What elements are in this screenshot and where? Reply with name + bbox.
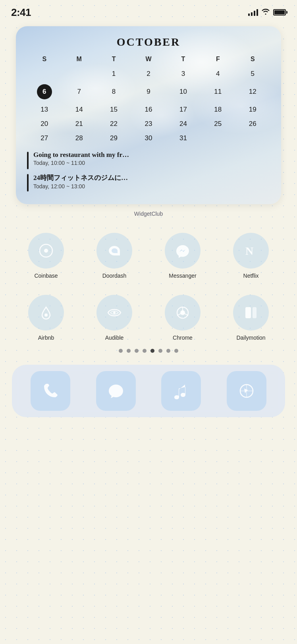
page-dot-5[interactable] — [150, 349, 154, 353]
status-bar: 2:41 — [0, 0, 297, 22]
coinbase-icon[interactable] — [28, 233, 64, 269]
day-header-fri: F — [201, 54, 235, 67]
day-header-tue: T — [96, 54, 131, 67]
airbnb-icon[interactable] — [28, 295, 64, 331]
messages-icon[interactable] — [96, 371, 136, 411]
event-item-1: Going to restaurant with my fr… Today, 1… — [27, 151, 270, 169]
page-dot-2[interactable] — [127, 349, 131, 353]
doordash-icon[interactable] — [96, 233, 132, 269]
app-item-dailymotion[interactable]: Dailymotion — [217, 295, 285, 341]
page-dot-4[interactable] — [143, 349, 147, 353]
wifi-icon — [261, 8, 270, 17]
app-item-doordash[interactable]: Doordash — [80, 233, 148, 279]
table-row: 20 21 22 23 24 25 26 — [27, 117, 270, 131]
status-icons — [248, 8, 286, 17]
widget-label: WidgetClub — [0, 211, 297, 217]
calendar-grid: S M T W T F S 1 2 3 — [27, 54, 270, 145]
app-label-doordash: Doordash — [102, 273, 127, 279]
dailymotion-icon[interactable] — [233, 295, 269, 331]
day-header-sun: S — [27, 54, 62, 67]
calendar-events: Going to restaurant with my fr… Today, 1… — [27, 151, 270, 191]
dock — [12, 365, 285, 417]
page-dots — [0, 349, 297, 353]
table-row: 13 14 15 16 17 18 19 — [27, 102, 270, 117]
day-header-sat: S — [235, 54, 270, 67]
app-label-coinbase: Coinbase — [34, 273, 58, 279]
page-dot-1[interactable] — [119, 349, 123, 353]
app-label-dailymotion: Dailymotion — [236, 335, 265, 341]
app-item-audible[interactable]: Audible — [80, 295, 148, 341]
chrome-icon[interactable] — [165, 295, 201, 331]
calendar-month: OCTOBER — [27, 36, 270, 48]
table-row: 27 28 29 30 31 — [27, 131, 270, 145]
messenger-icon[interactable] — [165, 233, 201, 269]
app-item-coinbase[interactable]: Coinbase — [12, 233, 80, 279]
page-dot-3[interactable] — [135, 349, 139, 353]
page-dot-7[interactable] — [166, 349, 170, 353]
event-time-1: Today, 10:00 ~ 11:00 — [33, 160, 129, 166]
dock-item-music[interactable] — [150, 371, 212, 411]
page-dot-8[interactable] — [174, 349, 178, 353]
event-title-1: Going to restaurant with my fr… — [33, 151, 129, 159]
day-header-mon: M — [62, 54, 96, 67]
svg-rect-10 — [245, 307, 251, 318]
app-item-chrome[interactable]: Chrome — [148, 295, 217, 341]
dock-item-phone[interactable] — [20, 371, 81, 411]
app-label-audible: Audible — [105, 335, 124, 341]
page-dot-6[interactable] — [158, 349, 162, 353]
safari-icon[interactable] — [227, 371, 266, 411]
netflix-icon[interactable]: N — [233, 233, 269, 269]
calendar-widget[interactable]: OCTOBER S M T W T F S — [16, 26, 281, 204]
svg-point-1 — [44, 249, 48, 253]
status-time: 2:41 — [11, 6, 31, 19]
app-grid-row1: Coinbase Doordash Messanger — [0, 229, 297, 283]
music-icon[interactable] — [161, 371, 201, 411]
phone-icon[interactable] — [31, 371, 70, 411]
day-header-wed: W — [131, 54, 166, 67]
event-item-2: 24時間フィットネスのジムに… Today, 12:00 ~ 13:00 — [27, 173, 270, 191]
dock-item-messages[interactable] — [85, 371, 147, 411]
event-bar — [27, 152, 29, 169]
app-label-messenger: Messanger — [169, 273, 196, 279]
event-bar-2 — [27, 174, 29, 191]
app-grid-row2: Airbnb Audible — [0, 291, 297, 345]
dock-item-safari[interactable] — [216, 371, 278, 411]
event-title-2: 24時間フィットネスのジムに… — [33, 173, 128, 182]
table-row: 6 7 8 9 10 11 12 — [27, 81, 270, 102]
audible-icon[interactable] — [96, 295, 132, 331]
battery-icon — [273, 9, 286, 15]
app-label-chrome: Chrome — [173, 335, 193, 341]
table-row: 1 2 3 4 5 — [27, 67, 270, 81]
svg-point-4 — [113, 311, 116, 314]
event-time-2: Today, 12:00 ~ 13:00 — [33, 183, 128, 190]
svg-text:N: N — [245, 245, 253, 257]
signal-icon — [248, 9, 258, 16]
svg-point-3 — [44, 313, 48, 317]
today-marker: 6 — [37, 84, 52, 99]
app-label-netflix: Netflix — [243, 273, 259, 279]
svg-rect-11 — [253, 307, 256, 318]
app-label-airbnb: Airbnb — [38, 335, 54, 341]
day-header-thu: T — [166, 54, 201, 67]
app-item-airbnb[interactable]: Airbnb — [12, 295, 80, 341]
calendar-widget-container[interactable]: OCTOBER S M T W T F S — [16, 26, 281, 204]
app-item-netflix[interactable]: N Netflix — [217, 233, 285, 279]
app-item-messenger[interactable]: Messanger — [148, 233, 217, 279]
